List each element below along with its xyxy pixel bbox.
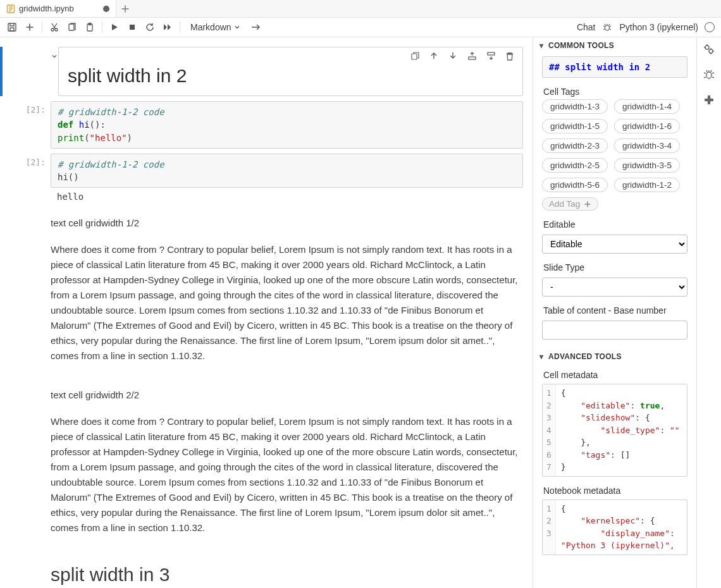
editable-select[interactable]: Editable <box>542 235 687 254</box>
cell-output: hello <box>51 188 523 203</box>
dirty-indicator-icon <box>103 6 109 12</box>
active-cell-preview: ## split width in 2 <box>542 56 687 78</box>
new-tab-button[interactable] <box>116 0 134 17</box>
svg-rect-8 <box>130 25 135 30</box>
cell-metadata-editor[interactable]: 1234567 { "editable": true, "slideshow":… <box>542 384 687 477</box>
delete-icon[interactable] <box>505 51 515 61</box>
cell-markdown-header2[interactable]: split width in 3 <box>0 552 523 588</box>
markdown-heading: split width in 3 <box>51 560 523 588</box>
cell-markdown-text2[interactable]: text cell gridwidth 2/2 Where does it co… <box>0 380 523 547</box>
text-title: text cell gridwidth 1/2 <box>51 216 523 231</box>
paste-button[interactable] <box>84 21 96 33</box>
nbmeta-label: Notebook metadata <box>543 486 687 496</box>
cell-tags-label: Cell Tags <box>543 87 687 97</box>
svg-rect-2 <box>10 28 14 31</box>
render-button[interactable] <box>250 21 262 33</box>
restart-button[interactable] <box>144 21 156 33</box>
move-down-icon[interactable] <box>448 51 458 61</box>
caret-down-icon: ▾ <box>538 41 545 50</box>
cellmeta-label: Cell metadata <box>543 370 687 380</box>
bug-icon[interactable] <box>601 21 613 33</box>
tag[interactable]: gridwidth-1-5 <box>542 119 608 133</box>
cell-markdown-header[interactable]: split width in 2 <box>0 47 523 96</box>
text-title: text cell gridwidth 2/2 <box>51 388 523 403</box>
property-inspector: ▾ COMMON TOOLS ## split width in 2 Cell … <box>533 37 697 588</box>
insert-cell-button[interactable] <box>24 21 35 33</box>
svg-rect-1 <box>8 23 16 31</box>
stop-button[interactable] <box>126 21 138 33</box>
kernel-name[interactable]: Python 3 (ipykernel) <box>619 22 698 32</box>
chevron-down-icon <box>234 24 240 30</box>
cell-markdown-text1[interactable]: text cell gridwidth 1/2 Where does it co… <box>0 208 523 375</box>
tag[interactable]: gridwidth-2-3 <box>542 138 608 153</box>
toc-label: Table of content - Base number <box>543 305 687 315</box>
insert-below-icon[interactable] <box>486 51 496 61</box>
notebook-icon <box>6 4 15 13</box>
insert-above-icon[interactable] <box>467 51 477 61</box>
tag[interactable]: gridwidth-2-5 <box>542 158 608 173</box>
svg-point-14 <box>709 49 713 53</box>
right-rail <box>697 37 721 588</box>
cut-button[interactable] <box>49 21 60 33</box>
editable-label: Editable <box>543 219 687 230</box>
notebook-area: split width in 2 [2]: # gridwidth-1-2 co… <box>0 37 533 588</box>
tag[interactable]: gridwidth-3-4 <box>614 138 680 153</box>
add-tag-button[interactable]: Add Tag <box>542 197 598 211</box>
plus-icon <box>584 200 591 208</box>
svg-rect-12 <box>488 52 495 55</box>
cell-tags: gridwidth-1-3 gridwidth-1-4 gridwidth-1-… <box>542 99 687 211</box>
notebook-toolbar: Markdown Chat Python 3 (ipykernel) <box>0 18 721 37</box>
svg-point-4 <box>55 28 58 31</box>
move-up-icon[interactable] <box>429 51 439 61</box>
slidetype-label: Slide Type <box>543 262 687 273</box>
text-body: Where does it come from ? Contrary to po… <box>51 242 523 364</box>
text-body: Where does it come from ? Contrary to po… <box>51 414 523 536</box>
file-tab[interactable]: gridwidth.ipynb <box>0 0 116 17</box>
code-editor[interactable]: # gridwidth-1-2 codehi() <box>51 154 523 188</box>
code-editor[interactable]: # gridwidth-1-2 codedef hi(): print("hel… <box>51 101 523 149</box>
extensions-icon[interactable] <box>702 93 716 107</box>
tag[interactable]: gridwidth-1-4 <box>614 99 680 114</box>
prompt: [2]: <box>9 154 51 204</box>
svg-point-13 <box>705 46 709 49</box>
run-all-button[interactable] <box>162 21 173 33</box>
caret-down-icon: ▾ <box>538 352 545 361</box>
common-tools-header[interactable]: ▾ COMMON TOOLS <box>533 37 696 54</box>
property-inspector-icon[interactable] <box>702 42 716 56</box>
tab-title: gridwidth.ipynb <box>19 4 74 13</box>
svg-rect-11 <box>469 57 476 59</box>
celltype-label: Markdown <box>190 22 231 32</box>
toc-base-input[interactable] <box>542 321 687 340</box>
cell-code-2[interactable]: [2]: # gridwidth-1-2 codehi() hello <box>0 154 523 204</box>
svg-rect-5 <box>69 24 74 30</box>
duplicate-icon[interactable] <box>410 51 420 61</box>
svg-point-3 <box>51 28 54 31</box>
prompt: [2]: <box>9 101 51 149</box>
run-button[interactable] <box>109 21 120 33</box>
collapse-toggle[interactable] <box>51 47 58 96</box>
tag[interactable]: gridwidth-1-2 <box>614 178 680 192</box>
cell-code-1[interactable]: [2]: # gridwidth-1-2 codedef hi(): print… <box>0 101 523 149</box>
chat-label[interactable]: Chat <box>577 22 596 32</box>
celltype-select[interactable]: Markdown <box>187 22 244 32</box>
copy-button[interactable] <box>66 21 78 33</box>
markdown-heading[interactable]: split width in 2 <box>59 64 522 95</box>
cell-toolbar <box>59 47 522 64</box>
svg-rect-10 <box>412 54 417 59</box>
save-button[interactable] <box>6 21 18 33</box>
svg-point-15 <box>706 72 712 78</box>
tag[interactable]: gridwidth-1-3 <box>542 99 608 114</box>
notebook-metadata-editor[interactable]: 123 { "kernelspec": { "display_name": "P… <box>542 499 687 555</box>
advanced-tools-header[interactable]: ▾ ADVANCED TOOLS <box>533 348 696 365</box>
slidetype-select[interactable]: - <box>542 278 687 297</box>
kernel-status-icon[interactable] <box>705 22 715 32</box>
debugger-icon[interactable] <box>702 68 716 82</box>
tag[interactable]: gridwidth-5-6 <box>542 178 608 192</box>
tab-bar: gridwidth.ipynb <box>0 0 721 18</box>
tag[interactable]: gridwidth-3-5 <box>614 158 680 173</box>
svg-point-9 <box>605 25 610 30</box>
tag[interactable]: gridwidth-1-6 <box>614 119 680 133</box>
